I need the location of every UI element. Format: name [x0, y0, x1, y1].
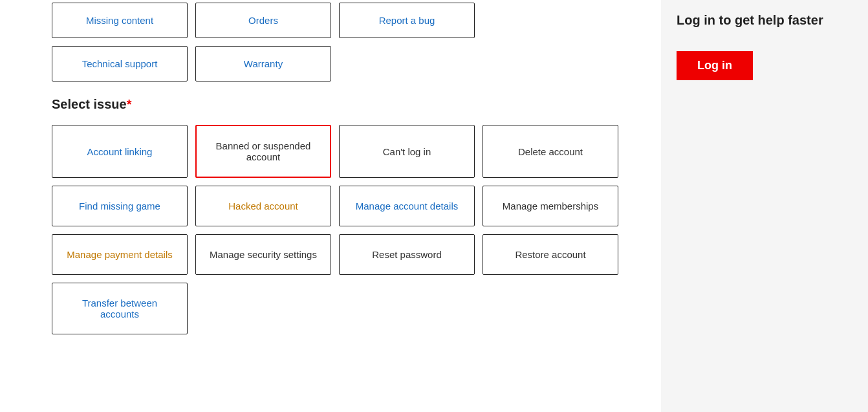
btn-banned-suspended[interactable]: Banned or suspended account: [195, 125, 331, 178]
login-button[interactable]: Log in: [677, 51, 753, 80]
sidebar: Log in to get help faster Log in: [661, 0, 868, 412]
main-content: Missing content Orders Report a bug Tech…: [0, 0, 661, 412]
top-buttons-row1: Missing content Orders Report a bug: [52, 3, 661, 38]
select-issue-label: Select issue*: [52, 97, 661, 112]
issue-row-2: Find missing game Hacked account Manage …: [52, 186, 661, 226]
issue-row-1: Account linking Banned or suspended acco…: [52, 125, 661, 178]
btn-transfer-between-accounts[interactable]: Transfer between accounts: [52, 283, 188, 334]
btn-manage-security-settings[interactable]: Manage security settings: [195, 234, 331, 275]
btn-orders[interactable]: Orders: [195, 3, 331, 38]
btn-restore-account[interactable]: Restore account: [483, 234, 618, 275]
issue-row-4: Transfer between accounts: [52, 283, 661, 334]
btn-reset-password[interactable]: Reset password: [339, 234, 475, 275]
sidebar-top: Log in to get help faster Log in: [677, 13, 852, 80]
btn-warranty[interactable]: Warranty: [195, 46, 331, 81]
btn-report-bug[interactable]: Report a bug: [339, 3, 475, 38]
btn-manage-account-details[interactable]: Manage account details: [339, 186, 475, 226]
btn-missing-content[interactable]: Missing content: [52, 3, 188, 38]
btn-delete-account[interactable]: Delete account: [483, 125, 618, 178]
page-wrapper: Missing content Orders Report a bug Tech…: [0, 0, 868, 412]
btn-hacked-account[interactable]: Hacked account: [195, 186, 331, 226]
btn-manage-memberships[interactable]: Manage memberships: [483, 186, 618, 226]
btn-manage-payment-details[interactable]: Manage payment details: [52, 234, 188, 275]
btn-find-missing-game[interactable]: Find missing game: [52, 186, 188, 226]
login-prompt-text: Log in to get help faster: [677, 13, 823, 28]
btn-cant-log-in[interactable]: Can't log in: [339, 125, 475, 178]
btn-account-linking[interactable]: Account linking: [52, 125, 188, 178]
issue-row-3: Manage payment details Manage security s…: [52, 234, 661, 275]
top-buttons-row2: Technical support Warranty: [52, 46, 661, 81]
btn-technical-support[interactable]: Technical support: [52, 46, 188, 81]
issue-grid: Account linking Banned or suspended acco…: [52, 125, 661, 334]
